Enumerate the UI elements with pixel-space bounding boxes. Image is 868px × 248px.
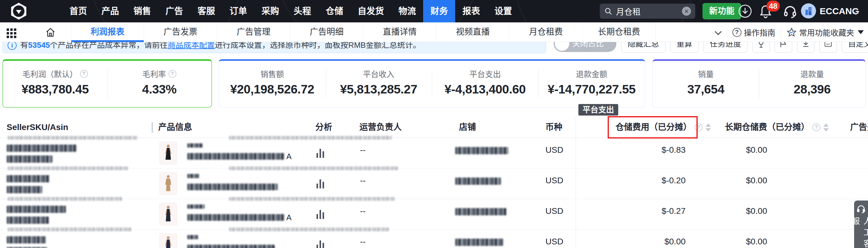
table-row[interactable]: A -- USD $-0.27 $0.00 [0, 199, 868, 229]
tab-longterm-storage-fee[interactable]: 长期仓租费 [583, 22, 656, 42]
masked-text [7, 197, 122, 201]
nav-item-products[interactable]: 产品 [94, 0, 126, 22]
metric-label: 销量 [698, 68, 714, 79]
currency-cell: USD [546, 176, 563, 185]
owner-cell: -- [360, 237, 366, 247]
search-input[interactable] [616, 7, 682, 16]
nav-item-orders[interactable]: 订单 [222, 0, 254, 22]
top-nav: 首页 产品 销售 广告 客服 订单 采购 头程 仓储 自发货 物流 财务 报表 … [0, 0, 868, 22]
main-menu: 首页 产品 销售 广告 客服 订单 采购 头程 仓储 自发货 物流 财务 报表 … [62, 0, 519, 22]
metric-value: 28,396 [794, 82, 831, 97]
masked-text [229, 166, 398, 170]
masked-asin [7, 217, 49, 224]
tab-ad-invoice[interactable]: 广告发票 [144, 22, 217, 42]
masked-product-name [187, 245, 275, 248]
home-icon[interactable] [45, 27, 56, 39]
metric-platform-income: 平台收入 ¥5,813,285.27 [326, 61, 432, 107]
metric-value: 4.33% [142, 82, 177, 97]
tab-video-live[interactable]: 视频直播 [436, 22, 509, 42]
favorites-menu[interactable]: 常用功能收藏夹 [786, 27, 864, 38]
masked-product-name [187, 214, 284, 221]
header-owner: 运营负责人 [360, 117, 402, 138]
currency-cell: USD [546, 237, 563, 247]
report-tabs: 利润报表 广告发票 广告管理 广告明细 直播详情 视频直播 月仓租费 长期仓租费 [71, 22, 656, 42]
masked-shop [455, 177, 501, 185]
masked-product-line [187, 174, 199, 178]
tab-ad-detail[interactable]: 广告明细 [290, 22, 363, 42]
help-icon[interactable]: ? [80, 70, 88, 78]
masked-text [7, 166, 128, 170]
caret-down-icon [858, 30, 864, 34]
apps-grid-icon[interactable] [7, 28, 9, 31]
account-avatar[interactable] [801, 3, 816, 19]
header-currency: 币种 [546, 117, 562, 138]
nav-item-logistics[interactable]: 物流 [391, 0, 423, 22]
brand-logo-icon[interactable] [10, 3, 27, 20]
masked-product-line [187, 235, 198, 239]
guide-link[interactable]: ? 操作指南 [733, 27, 775, 38]
analysis-chart-icon[interactable] [316, 240, 324, 248]
table-row[interactable]: -- USD $-0.20 $0.00 [0, 168, 868, 199]
product-image[interactable] [159, 172, 177, 195]
metric-refund-volume: 退款量 28,396 [759, 61, 865, 107]
column-resize-handle[interactable] [152, 122, 153, 133]
profit-summary-card: 毛利润（默认）? ¥883,780.45 毛利率? 4.33% [2, 59, 212, 108]
storage-fee-cell: $0.00 [619, 237, 686, 247]
svg-text:x=: x= [826, 42, 830, 46]
nav-item-ads[interactable]: 广告 [158, 0, 190, 22]
masked-shop [455, 147, 508, 154]
new-features-button[interactable]: 新功能 [703, 3, 741, 19]
metric-value: ¥883,780.45 [22, 82, 89, 97]
nav-item-purchase[interactable]: 采购 [254, 0, 286, 22]
nav-item-settings[interactable]: 设置 [487, 0, 519, 22]
owner-cell: -- [360, 206, 366, 216]
masked-text [229, 197, 395, 201]
nav-item-firstleg[interactable]: 头程 [286, 0, 318, 22]
header-sku: SellerSKU/Asin [7, 117, 68, 138]
currency-cell: USD [546, 206, 563, 216]
header-storage-fee[interactable]: 仓储费用（已分摊） ? [616, 117, 711, 138]
help-icon[interactable]: ? [812, 123, 820, 131]
masked-text [7, 136, 137, 140]
global-search[interactable]: ✕ [600, 4, 695, 19]
table-header: SellerSKU/Asin 产品信息 分析 运营负责人 店铺 币种 仓储费用（… [0, 117, 868, 138]
nav-item-finance[interactable]: 财务 [423, 0, 455, 22]
nav-item-home[interactable]: 首页 [62, 0, 94, 22]
header-ad-fee: 广告费 [850, 117, 868, 138]
support-headset-icon[interactable] [783, 4, 797, 20]
masked-product-line [187, 204, 205, 209]
tab-profit-report[interactable]: 利润报表 [71, 22, 144, 42]
nav-item-service[interactable]: 客服 [190, 0, 222, 22]
download-center-icon[interactable] [738, 4, 752, 19]
tabs-collapse-chevron-icon[interactable] [715, 28, 722, 35]
table-row[interactable]: -- USD $0.00 $0.00 [0, 229, 868, 248]
help-icon[interactable]: ? [695, 123, 703, 131]
metric-refund-amount: 退款金额 ¥-14,770,227.55 [538, 61, 645, 107]
nav-item-warehouse[interactable]: 仓储 [318, 0, 350, 22]
metric-label: 平台收入 [363, 68, 395, 79]
nav-item-sales[interactable]: 销售 [126, 0, 158, 22]
header-longterm-fee[interactable]: 长期仓储费（已分摊） ? [725, 117, 829, 138]
product-image[interactable] [159, 142, 177, 164]
tab-live-detail[interactable]: 直播详情 [363, 22, 436, 42]
longterm-fee-cell: $0.00 [701, 176, 767, 185]
tab-ad-manage[interactable]: 广告管理 [217, 22, 290, 42]
platform-summary-card: 销售额 ¥20,198,526.72 平台收入 ¥5,813,285.27 平台… [219, 59, 645, 108]
product-image[interactable] [159, 203, 177, 225]
customer-service-widget[interactable]: 人工客服 [854, 200, 868, 248]
tab-monthly-storage-fee[interactable]: 月仓租费 [509, 22, 583, 42]
table-row[interactable]: A -- USD $-0.83 $0.00 [0, 138, 868, 168]
nav-item-selffulfill[interactable]: 自发货 [350, 0, 391, 22]
search-icon [604, 7, 613, 16]
longterm-fee-cell: $0.00 [701, 237, 767, 247]
analysis-chart-icon[interactable] [316, 209, 324, 219]
clear-search-icon[interactable]: ✕ [682, 7, 691, 16]
analysis-chart-icon[interactable] [316, 179, 324, 188]
product-image[interactable] [159, 233, 177, 248]
sort-icon[interactable] [706, 123, 711, 132]
sort-icon[interactable] [823, 123, 829, 132]
nav-item-reports[interactable]: 报表 [455, 0, 487, 22]
help-icon[interactable]: ? [168, 70, 176, 78]
notifications-bell-icon[interactable]: 48 [759, 4, 773, 20]
analysis-chart-icon[interactable] [316, 148, 324, 158]
